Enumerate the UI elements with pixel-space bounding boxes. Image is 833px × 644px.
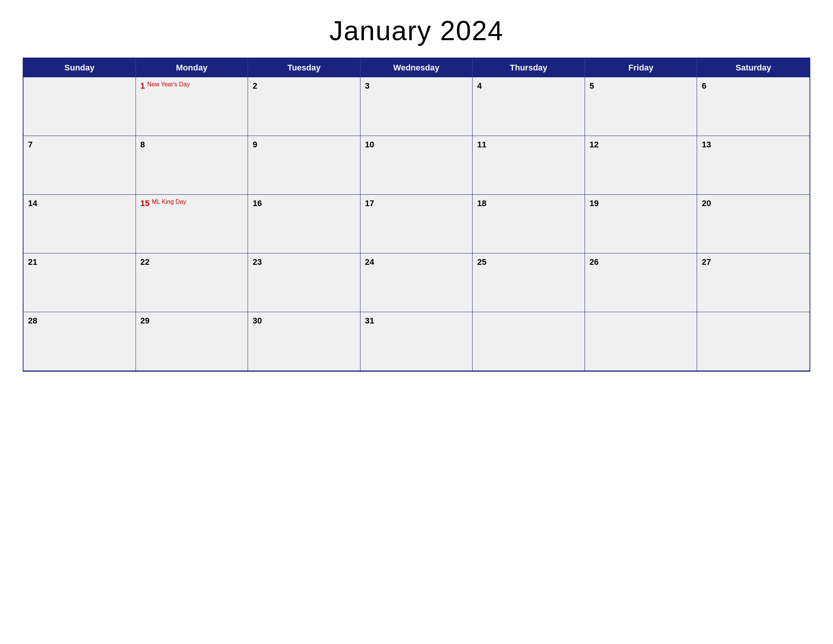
day-number: 26 bbox=[590, 257, 599, 267]
calendar-cell[interactable]: 11 bbox=[473, 136, 585, 195]
calendar-header: SundayMondayTuesdayWednesdayThursdayFrid… bbox=[24, 58, 809, 77]
holiday-label: ML King Day bbox=[152, 198, 186, 205]
calendar-cell[interactable]: 23 bbox=[248, 253, 360, 312]
day-number: 8 bbox=[140, 140, 145, 150]
calendar-cell[interactable]: 9 bbox=[248, 136, 360, 195]
day-number: 12 bbox=[590, 140, 599, 150]
calendar-cell[interactable]: 16 bbox=[248, 195, 360, 253]
header-cell-saturday: Saturday bbox=[697, 58, 809, 77]
day-number: 5 bbox=[590, 81, 594, 91]
calendar-cell[interactable]: 12 bbox=[585, 136, 698, 195]
day-number: 17 bbox=[365, 198, 374, 208]
calendar-cell[interactable]: 2 bbox=[248, 77, 360, 136]
day-number: 28 bbox=[28, 316, 37, 326]
calendar-cell[interactable]: 29 bbox=[136, 312, 248, 371]
header-cell-tuesday: Tuesday bbox=[248, 58, 360, 77]
day-number: 13 bbox=[702, 140, 711, 150]
day-number: 23 bbox=[252, 257, 262, 267]
calendar-cell[interactable]: 21 bbox=[24, 253, 136, 312]
calendar-cell[interactable]: 14 bbox=[24, 195, 136, 253]
calendar-cell[interactable]: 17 bbox=[360, 195, 473, 253]
day-number: 24 bbox=[365, 257, 374, 267]
day-number: 14 bbox=[28, 198, 37, 208]
day-number: 29 bbox=[140, 316, 150, 326]
day-number: 31 bbox=[365, 316, 374, 326]
calendar-cell[interactable]: 26 bbox=[585, 253, 698, 312]
calendar-cell[interactable]: 5 bbox=[585, 77, 698, 136]
day-number: 21 bbox=[28, 257, 37, 267]
page-title: January 2024 bbox=[330, 15, 503, 46]
day-number: 16 bbox=[252, 198, 262, 208]
day-number: 19 bbox=[590, 198, 599, 208]
calendar-cell[interactable]: 30 bbox=[248, 312, 360, 371]
header-cell-wednesday: Wednesday bbox=[360, 58, 473, 77]
calendar-cell[interactable]: 19 bbox=[585, 195, 698, 253]
day-number: 2 bbox=[252, 81, 257, 91]
day-number: 22 bbox=[140, 257, 150, 267]
calendar-cell[interactable]: 18 bbox=[473, 195, 585, 253]
calendar-cell[interactable]: 28 bbox=[24, 312, 136, 371]
day-number: 3 bbox=[365, 81, 370, 91]
day-number: 25 bbox=[477, 257, 486, 267]
calendar-grid: 1New Year's Day23456789101112131415ML Ki… bbox=[24, 77, 809, 371]
day-number: 27 bbox=[702, 257, 711, 267]
calendar-cell[interactable]: 25 bbox=[473, 253, 585, 312]
day-number: 4 bbox=[477, 81, 482, 91]
header-cell-thursday: Thursday bbox=[473, 58, 585, 77]
header-cell-friday: Friday bbox=[585, 58, 698, 77]
calendar-cell[interactable] bbox=[585, 312, 698, 371]
calendar-cell[interactable]: 8 bbox=[136, 136, 248, 195]
calendar-cell[interactable]: 31 bbox=[360, 312, 473, 371]
calendar-container: SundayMondayTuesdayWednesdayThursdayFrid… bbox=[23, 58, 810, 372]
day-number: 7 bbox=[28, 140, 32, 150]
day-number: 9 bbox=[252, 140, 257, 150]
day-number: 1 bbox=[140, 81, 145, 91]
day-number: 10 bbox=[365, 140, 374, 150]
calendar-cell[interactable]: 15ML King Day bbox=[136, 195, 248, 253]
day-number: 20 bbox=[702, 198, 711, 208]
calendar-cell[interactable]: 7 bbox=[24, 136, 136, 195]
day-number: 15 bbox=[140, 198, 150, 208]
calendar-cell[interactable]: 1New Year's Day bbox=[136, 77, 248, 136]
day-number: 11 bbox=[477, 140, 486, 150]
day-number: 6 bbox=[702, 81, 706, 91]
header-cell-sunday: Sunday bbox=[24, 58, 136, 77]
calendar-cell[interactable]: 22 bbox=[136, 253, 248, 312]
calendar-cell[interactable] bbox=[697, 312, 809, 371]
day-number: 30 bbox=[252, 316, 262, 326]
calendar-cell[interactable]: 24 bbox=[360, 253, 473, 312]
calendar-cell[interactable]: 3 bbox=[360, 77, 473, 136]
calendar-cell[interactable] bbox=[473, 312, 585, 371]
calendar-cell[interactable]: 4 bbox=[473, 77, 585, 136]
calendar-cell[interactable]: 27 bbox=[697, 253, 809, 312]
header-cell-monday: Monday bbox=[136, 58, 248, 77]
holiday-label: New Year's Day bbox=[147, 81, 190, 88]
calendar-cell[interactable]: 6 bbox=[697, 77, 809, 136]
calendar-cell[interactable] bbox=[24, 77, 136, 136]
calendar-cell[interactable]: 13 bbox=[697, 136, 809, 195]
calendar-cell[interactable]: 10 bbox=[360, 136, 473, 195]
day-number: 18 bbox=[477, 198, 486, 208]
calendar-cell[interactable]: 20 bbox=[697, 195, 809, 253]
